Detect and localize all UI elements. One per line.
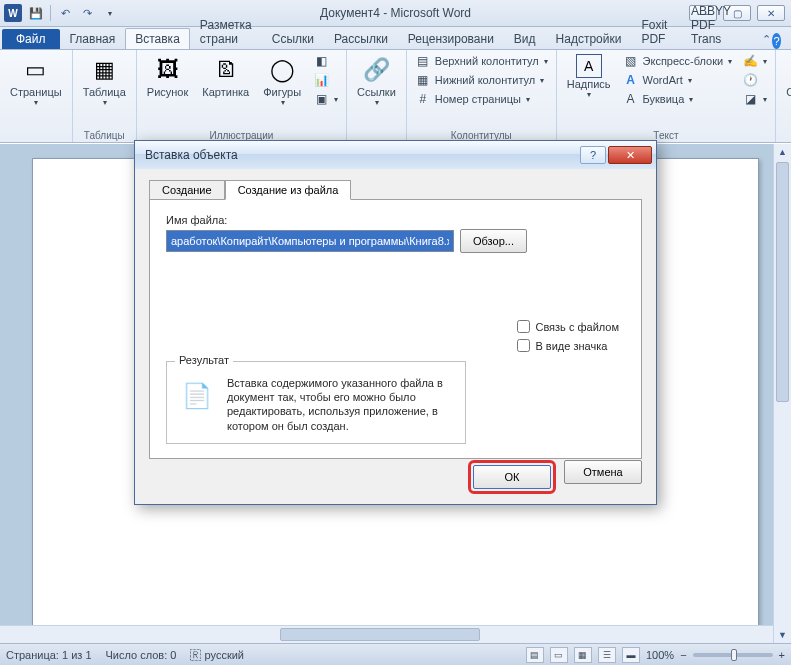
scroll-up-icon[interactable]: ▲ — [774, 144, 791, 160]
textbox-icon: A — [576, 54, 602, 78]
view-draft-button[interactable]: ▬ — [622, 647, 640, 663]
dropcap-button[interactable]: AБуквица▾ — [619, 90, 737, 108]
browse-button[interactable]: Обзор... — [460, 229, 527, 253]
zoom-slider[interactable] — [693, 653, 773, 657]
ribbon-minimize-button[interactable]: ⌃ — [761, 29, 772, 49]
status-wordcount[interactable]: Число слов: 0 — [106, 649, 177, 661]
horizontal-scrollbar[interactable] — [0, 625, 773, 643]
statusbar: Страница: 1 из 1 Число слов: 0 🇷 русский… — [0, 643, 791, 665]
file-tab[interactable]: Файл — [2, 29, 60, 49]
link-to-file-checkbox[interactable]: Связь с файлом — [517, 320, 619, 333]
view-outline-button[interactable]: ☰ — [598, 647, 616, 663]
zoom-in-button[interactable]: + — [779, 649, 785, 661]
screenshot-button[interactable]: ▣▾ — [309, 90, 342, 108]
filename-input[interactable] — [166, 230, 454, 252]
view-web-button[interactable]: ▦ — [574, 647, 592, 663]
smartart-icon: ◧ — [313, 53, 329, 69]
header-button[interactable]: ▤Верхний колонтитул▾ — [411, 52, 552, 70]
cancel-button[interactable]: Отмена — [564, 460, 642, 484]
vertical-scrollbar[interactable]: ▲ ▼ — [773, 144, 791, 643]
group-tables: ▦ Таблица ▾ Таблицы — [73, 50, 137, 142]
dropdown-icon: ▾ — [587, 90, 591, 99]
ok-button[interactable]: ОК — [473, 465, 551, 489]
group-text: A Надпись ▾ ▧Экспресс-блоки▾ AWordArt▾ A… — [557, 50, 776, 142]
tab-home[interactable]: Главная — [60, 28, 126, 49]
chart-icon: 📊 — [313, 72, 329, 88]
tab-foxit[interactable]: Foxit PDF — [631, 14, 681, 49]
zoom-level[interactable]: 100% — [646, 649, 674, 661]
quickparts-button[interactable]: ▧Экспресс-блоки▾ — [619, 52, 737, 70]
qat-customize-button[interactable]: ▾ — [99, 3, 119, 23]
tab-create-new[interactable]: Создание — [149, 180, 225, 200]
pages-button[interactable]: ▭ Страницы ▾ — [4, 52, 68, 109]
zoom-knob[interactable] — [731, 649, 737, 661]
display-as-icon-checkbox[interactable]: В виде значка — [517, 339, 619, 352]
close-button[interactable]: ✕ — [757, 5, 785, 21]
dialog-help-button[interactable]: ? — [580, 146, 606, 164]
dropdown-icon: ▾ — [281, 98, 285, 107]
view-print-layout-button[interactable]: ▤ — [526, 647, 544, 663]
screenshot-icon: ▣ — [313, 91, 329, 107]
ok-highlight: ОК — [468, 460, 556, 494]
tab-create-from-file[interactable]: Создание из файла — [225, 180, 352, 200]
tab-addins[interactable]: Надстройки — [546, 28, 632, 49]
tab-view[interactable]: Вид — [504, 28, 546, 49]
scrollbar-thumb[interactable] — [776, 162, 789, 402]
tab-insert[interactable]: Вставка — [125, 28, 190, 49]
datetime-icon: 🕐 — [742, 72, 758, 88]
status-language[interactable]: 🇷 русский — [190, 649, 244, 661]
dialog-body: Создание Создание из файла Имя файла: Об… — [135, 169, 656, 504]
result-legend: Результат — [175, 354, 233, 366]
group-illustrations: 🖼 Рисунок 🖻 Картинка ◯ Фигуры ▾ ◧ 📊 ▣▾ И… — [137, 50, 347, 142]
shapes-button[interactable]: ◯ Фигуры ▾ — [257, 52, 307, 109]
result-preview-icon: 📄 — [177, 376, 217, 416]
pagenumber-button[interactable]: #Номер страницы▾ — [411, 90, 552, 108]
tab-references[interactable]: Ссылки — [262, 28, 324, 49]
header-icon: ▤ — [415, 53, 431, 69]
tab-mailings[interactable]: Рассылки — [324, 28, 398, 49]
tab-review[interactable]: Рецензировани — [398, 28, 504, 49]
view-fullscreen-button[interactable]: ▭ — [550, 647, 568, 663]
hyperlinks-button[interactable]: 🔗 Ссылки ▾ — [351, 52, 402, 109]
tab-layout[interactable]: Разметка страни — [190, 14, 262, 49]
textbox-button[interactable]: A Надпись ▾ — [561, 52, 617, 101]
icon-checkbox-input[interactable] — [517, 339, 530, 352]
symbols-button[interactable]: Ω Символы ▾ — [780, 52, 791, 109]
wordart-icon: A — [623, 72, 639, 88]
shapes-icon: ◯ — [266, 54, 298, 86]
footer-button[interactable]: ▦Нижний колонтитул▾ — [411, 71, 552, 89]
save-button[interactable]: 💾 — [26, 3, 46, 23]
smartart-button[interactable]: ◧ — [309, 52, 342, 70]
wordart-button[interactable]: AWordArt▾ — [619, 71, 737, 89]
redo-button[interactable]: ↷ — [77, 3, 97, 23]
result-groupbox: Результат 📄 Вставка содержимого указанно… — [166, 361, 466, 444]
help-icon[interactable]: ? — [772, 33, 781, 49]
word-app-icon: W — [4, 4, 22, 22]
result-description: Вставка содержимого указанного файла в д… — [227, 376, 455, 433]
zoom-out-button[interactable]: − — [680, 649, 686, 661]
undo-button[interactable]: ↶ — [55, 3, 75, 23]
scroll-down-icon[interactable]: ▼ — [774, 627, 791, 643]
object-button[interactable]: ◪▾ — [738, 90, 771, 108]
chart-button[interactable]: 📊 — [309, 71, 342, 89]
object-icon: ◪ — [742, 91, 758, 107]
link-icon: 🔗 — [360, 54, 392, 86]
signature-button[interactable]: ✍▾ — [738, 52, 771, 70]
pagenum-icon: # — [415, 91, 431, 107]
picture-button[interactable]: 🖼 Рисунок — [141, 52, 195, 100]
dialog-buttons: ОК Отмена — [468, 460, 642, 494]
insert-object-dialog: Вставка объекта ? ✕ Создание Создание из… — [134, 140, 657, 505]
scrollbar-thumb[interactable] — [280, 628, 480, 641]
tab-abbyy[interactable]: ABBYY PDF Trans — [681, 0, 757, 49]
clipart-button[interactable]: 🖻 Картинка — [196, 52, 255, 100]
dialog-titlebar[interactable]: Вставка объекта ? ✕ — [135, 141, 656, 169]
table-button[interactable]: ▦ Таблица ▾ — [77, 52, 132, 109]
datetime-button[interactable]: 🕐 — [738, 71, 771, 89]
link-checkbox-input[interactable] — [517, 320, 530, 333]
ribbon-tabs: Файл Главная Вставка Разметка страни Ссы… — [0, 27, 791, 50]
dialog-close-button[interactable]: ✕ — [608, 146, 652, 164]
ribbon: ▭ Страницы ▾ ▦ Таблица ▾ Таблицы 🖼 Рисун… — [0, 50, 791, 143]
group-symbols: Ω Символы ▾ — [776, 50, 791, 142]
dropcap-icon: A — [623, 91, 639, 107]
status-page[interactable]: Страница: 1 из 1 — [6, 649, 92, 661]
